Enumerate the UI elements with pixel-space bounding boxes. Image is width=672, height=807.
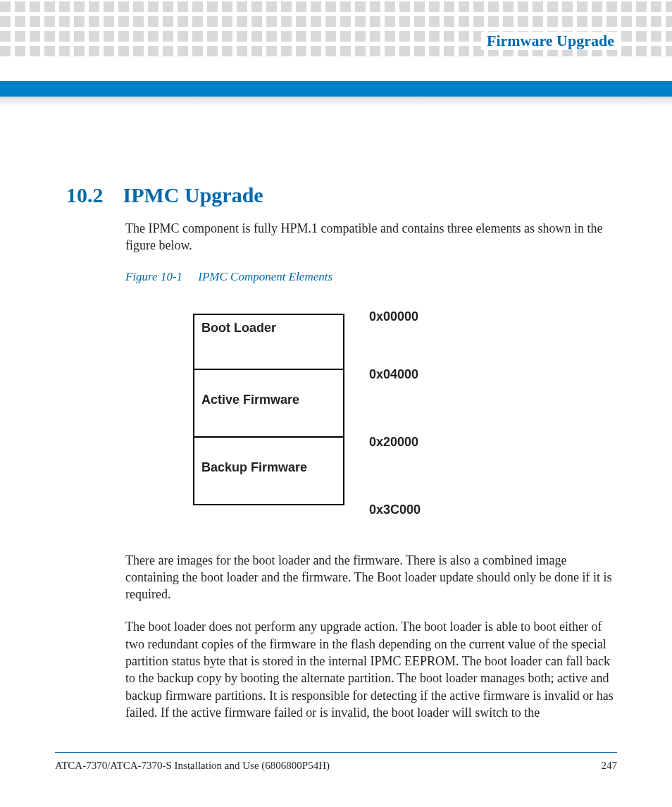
- figure-caption: Figure 10-1 IPMC Component Elements: [125, 270, 617, 284]
- section-title: IPMC Upgrade: [123, 183, 263, 207]
- intro-paragraph: The IPMC component is fully HPM.1 compat…: [125, 220, 617, 254]
- header-blue-bar: [0, 81, 672, 97]
- footer-doc-title: ATCA-7370/ATCA-7370-S Installation and U…: [55, 760, 330, 772]
- backup-firmware-block: Backup Firmware: [193, 438, 344, 505]
- memory-map-diagram: Boot Loader Active Firmware Backup Firmw…: [193, 305, 617, 524]
- section-heading: 10.2 IPMC Upgrade: [66, 183, 617, 207]
- bootloader-block: Boot Loader: [193, 314, 344, 370]
- chapter-title: Firmware Upgrade: [481, 32, 617, 50]
- addr-0: 0x00000: [369, 309, 418, 324]
- addr-3: 0x3C000: [369, 503, 421, 517]
- footer-page-number: 247: [602, 760, 618, 772]
- section-number: 10.2: [66, 183, 104, 207]
- addr-1: 0x04000: [369, 367, 418, 382]
- body-paragraph-1: There are images for the boot loader and…: [125, 552, 617, 603]
- figure-number: Figure 10-1: [125, 270, 182, 283]
- addr-2: 0x20000: [369, 435, 418, 450]
- figure-title: IPMC Component Elements: [198, 270, 332, 283]
- header-gray-strip: [0, 97, 672, 106]
- page-footer: ATCA-7370/ATCA-7370-S Installation and U…: [55, 752, 617, 772]
- body-paragraph-2: The boot loader does not perform any upg…: [125, 618, 617, 721]
- footer-divider: [55, 752, 617, 753]
- page-header: Firmware Upgrade: [0, 0, 672, 70]
- page-content: 10.2 IPMC Upgrade The IPMC component is …: [66, 183, 617, 737]
- active-firmware-block: Active Firmware: [193, 370, 344, 438]
